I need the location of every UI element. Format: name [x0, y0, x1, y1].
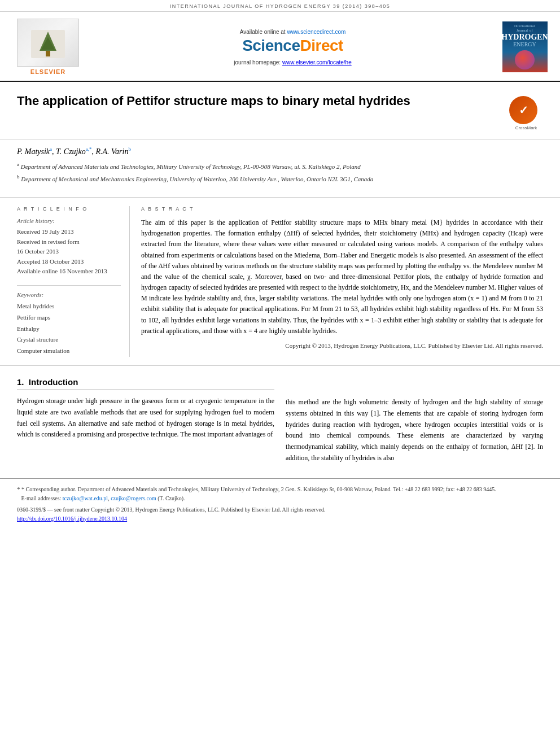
history-received: Received 19 July 2013	[17, 227, 121, 237]
history-title: Article history:	[17, 217, 121, 224]
available-online-text: Available online at www.sciencedirect.co…	[90, 29, 495, 35]
author-czujko: T. Czujko	[56, 147, 86, 156]
introduction-title: 1. Introduction	[17, 377, 274, 390]
doi-link[interactable]: http://dx.doi.org/10.1016/j.ijhydene.201…	[17, 516, 127, 522]
center-header: Available online at www.sciencedirect.co…	[90, 29, 495, 65]
journal-homepage: journal homepage: www.elsevier.com/locat…	[90, 59, 495, 65]
science-part: Science	[242, 37, 300, 54]
email-note: E-mail addresses: tczujko@wat.edu.pl, cz…	[17, 494, 543, 503]
crossmark-icon: ✓	[509, 96, 537, 124]
corresponding-author-note: * * Corresponding author. Department of …	[17, 484, 543, 495]
content-columns: A R T I C L E I N F O Article history: R…	[0, 197, 560, 366]
article-main-title: The application of Pettifor structure ma…	[17, 93, 412, 110]
crossmark-label: CrossMark	[509, 125, 543, 130]
journal-header-bar: INTERNATIONAL JOURNAL OF HYDROGEN ENERGY…	[0, 0, 560, 12]
introduction-section: 1. Introduction Hydrogen storage under h…	[0, 372, 560, 473]
journal-logo-hydrogen: HYDROGEN	[501, 33, 548, 41]
introduction-body-right: this method are the high volumetric dens…	[286, 397, 543, 464]
journal-logo-right: InternationalJournal of HYDROGEN ENERGY	[501, 21, 549, 72]
affiliation-b: b Department of Mechanical and Mechatron…	[17, 173, 543, 184]
journal-homepage-url[interactable]: www.elsevier.com/locate/he	[282, 59, 352, 65]
elsevier-logo: ELSEVIER	[11, 19, 85, 75]
abstract-column: A B S T R A C T The aim of this paper is…	[141, 206, 543, 357]
keyword-2: Pettifor maps	[17, 312, 121, 324]
journal-logo-box: InternationalJournal of HYDROGEN ENERGY	[502, 21, 548, 72]
article-info-label: A R T I C L E I N F O	[17, 206, 121, 212]
introduction-right: this method are the high volumetric dens…	[286, 377, 543, 464]
abstract-label: A B S T R A C T	[141, 206, 543, 212]
sciencedirect-logo: ScienceDirect	[90, 37, 495, 55]
journal-logo-graphic	[515, 50, 535, 69]
email1-link[interactable]: tczujko@wat.edu.pl	[63, 495, 108, 501]
abstract-copyright: Copyright © 2013, Hydrogen Energy Public…	[141, 341, 543, 351]
history-revised-date: 16 October 2013	[17, 247, 121, 257]
history-online: Available online 16 November 2013	[17, 267, 121, 277]
doi-line: http://dx.doi.org/10.1016/j.ijhydene.201…	[17, 514, 543, 523]
elsevier-logo-image	[17, 19, 79, 67]
elsevier-wordmark: ELSEVIER	[30, 68, 65, 75]
email2-link[interactable]: czujko@rogers.com	[111, 495, 156, 501]
author-matysik: P. Matysik	[17, 147, 50, 156]
keyword-1: Metal hydrides	[17, 301, 121, 312]
publisher-header: ELSEVIER Available online at www.science…	[0, 12, 560, 82]
article-title-section: The application of Pettifor structure ma…	[0, 82, 560, 139]
direct-part: Direct	[300, 37, 343, 54]
introduction-left: 1. Introduction Hydrogen storage under h…	[17, 377, 274, 464]
article-history: Article history: Received 19 July 2013 R…	[17, 217, 121, 277]
history-accepted: Accepted 18 October 2013	[17, 257, 121, 267]
history-revised-label: Received in revised form	[17, 237, 121, 247]
affiliation-a: a Department of Advanced Materials and T…	[17, 161, 543, 171]
author-varin: R.A. Varin	[95, 147, 128, 156]
crossmark-logo: ✓ CrossMark	[509, 96, 543, 130]
footer-notes: * * Corresponding author. Department of …	[0, 478, 560, 528]
elsevier-tree-graphic	[25, 27, 71, 64]
abstract-text: The aim of this paper is the application…	[141, 217, 543, 351]
issn-line: 0360-3199/$ — see front matter Copyright…	[17, 505, 543, 514]
sciencedirect-url[interactable]: www.sciencedirect.com	[287, 29, 345, 35]
journal-header-text: INTERNATIONAL JOURNAL OF HYDROGEN ENERGY…	[170, 3, 391, 9]
keyword-5: Computer simulation	[17, 346, 121, 357]
journal-logo-intl: InternationalJournal of	[514, 24, 535, 33]
authors-line: P. Matysika, T. Czujkoa,*, R.A. Varinb	[17, 146, 543, 156]
keywords-title: Keywords:	[17, 291, 121, 298]
keyword-4: Crystal structure	[17, 334, 121, 346]
article-info-column: A R T I C L E I N F O Article history: R…	[17, 206, 130, 357]
authors-section: P. Matysika, T. Czujkoa,*, R.A. Varinb a…	[0, 139, 560, 191]
journal-logo-energy: ENERGY	[513, 41, 536, 47]
keywords-section: Keywords: Metal hydrides Pettifor maps E…	[17, 285, 121, 357]
keyword-3: Enthalpy	[17, 324, 121, 335]
introduction-body-left: Hydrogen storage under high pressure in …	[17, 396, 274, 440]
